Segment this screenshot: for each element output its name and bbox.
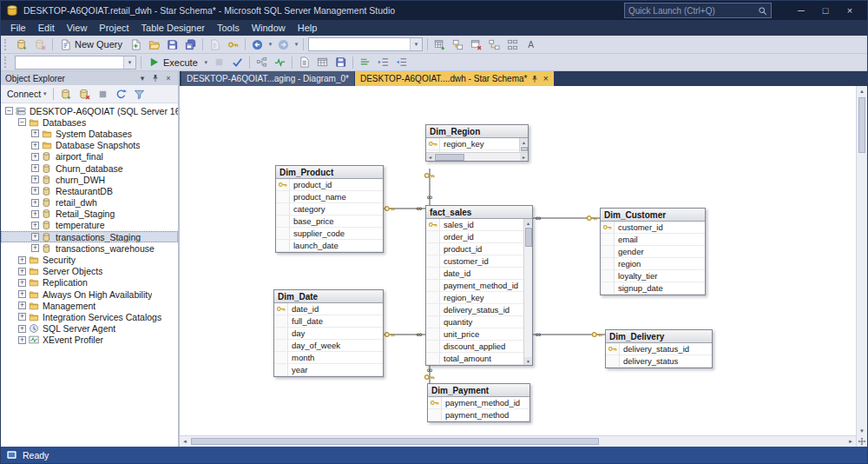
column-delivery_status_id[interactable]: delivery_status_id bbox=[606, 343, 712, 355]
expand-icon[interactable]: + bbox=[31, 210, 39, 218]
menu-table-designer[interactable]: Table Designer bbox=[135, 20, 211, 36]
tree-item-sql-server-agent[interactable]: +SQL Server Agent bbox=[1, 323, 178, 335]
expand-icon[interactable]: + bbox=[31, 153, 39, 161]
menu-tools[interactable]: Tools bbox=[211, 20, 246, 36]
refresh-icon[interactable] bbox=[112, 87, 130, 102]
column-total_amount[interactable]: total_amount bbox=[426, 353, 532, 365]
outdent-icon[interactable] bbox=[392, 55, 411, 70]
scroll-down-icon[interactable]: ▼ bbox=[524, 357, 532, 365]
column-launch_date[interactable]: launch_date bbox=[276, 240, 383, 252]
column-region_key[interactable]: region_key bbox=[426, 138, 528, 150]
disconnect-database-icon[interactable] bbox=[31, 37, 49, 52]
new-query-button[interactable]: New Query bbox=[56, 37, 127, 52]
expand-icon[interactable]: + bbox=[31, 233, 39, 241]
expand-icon[interactable]: + bbox=[18, 290, 26, 298]
expand-icon[interactable]: + bbox=[18, 256, 26, 264]
tree-item-transactions-warehouse[interactable]: +transactions_warehouse bbox=[1, 242, 178, 254]
arrange-tables-icon[interactable] bbox=[503, 37, 522, 52]
indent-icon[interactable] bbox=[374, 55, 392, 70]
canvas-horizontal-scrollbar[interactable]: ◄ ► bbox=[180, 435, 856, 447]
results-to-text-icon[interactable] bbox=[295, 55, 313, 70]
add-table-icon[interactable] bbox=[431, 37, 449, 52]
table-title[interactable]: Dim_Region bbox=[426, 125, 528, 138]
comment-selection-icon[interactable] bbox=[356, 55, 374, 70]
diagram-table-Dim_Date[interactable]: Dim_Datedate_idfull_datedayday_of_weekmo… bbox=[273, 289, 384, 377]
scroll-up-icon[interactable]: ▲ bbox=[524, 219, 532, 227]
connect-server-icon[interactable] bbox=[57, 87, 76, 102]
toolbar-grip[interactable] bbox=[4, 39, 10, 50]
expand-icon[interactable]: + bbox=[31, 142, 39, 149]
column-payment_method_id[interactable]: payment_method_id bbox=[426, 280, 532, 292]
close-tab-icon[interactable]: × bbox=[542, 74, 548, 83]
diagram-table-fact_sales[interactable]: fact_salessales_idorder_idproduct_idcust… bbox=[425, 205, 533, 366]
table-title[interactable]: Dim_Product bbox=[276, 166, 383, 179]
expand-icon[interactable]: + bbox=[31, 164, 39, 172]
tree-item-database-snapshots[interactable]: +Database Snapshots bbox=[1, 140, 178, 151]
tree-item-xevent-profiler[interactable]: +XEvent Profiler bbox=[1, 335, 178, 346]
expand-icon[interactable]: + bbox=[18, 313, 26, 321]
column-email[interactable]: email bbox=[601, 234, 705, 246]
expand-icon[interactable]: + bbox=[31, 176, 39, 183]
tree-item-databases[interactable]: −Databases bbox=[1, 116, 178, 128]
save-all-icon[interactable] bbox=[181, 37, 200, 52]
column-customer_id[interactable]: customer_id bbox=[601, 222, 705, 234]
scroll-down-icon[interactable]: ▼ bbox=[857, 426, 867, 436]
column-region[interactable]: region bbox=[601, 258, 705, 270]
document-tab-2[interactable]: DESKTOP-A6QOIAT....dwh - Star Schema*× bbox=[355, 71, 554, 86]
tree-item-transactions-staging[interactable]: +transactions_Staging bbox=[1, 231, 178, 242]
document-tab-1[interactable]: DESKTOP-A6QOIAT...aging - Diagram_0* bbox=[181, 71, 354, 86]
column-unit_price[interactable]: unit_price bbox=[426, 328, 532, 341]
column-payment_method_id[interactable]: payment_method_id bbox=[428, 397, 529, 409]
new-database-engine-query-icon[interactable] bbox=[127, 37, 145, 52]
quick-launch-input[interactable]: Quick Launch (Ctrl+Q) bbox=[624, 3, 772, 18]
scroll-thumb[interactable] bbox=[525, 228, 532, 247]
column-product_name[interactable]: product_name bbox=[276, 191, 383, 203]
connect-button[interactable]: Connect▾ bbox=[4, 89, 49, 99]
column-loyalty_tier[interactable]: loyalty_tier bbox=[601, 270, 705, 282]
column-customer_id[interactable]: customer_id bbox=[426, 255, 532, 268]
column-quantity[interactable]: quantity bbox=[426, 316, 532, 328]
dropdown-arrow-icon[interactable]: ▾ bbox=[202, 59, 210, 66]
table-title[interactable]: fact_sales bbox=[426, 206, 532, 219]
expand-icon[interactable]: + bbox=[18, 279, 26, 287]
table-horizontal-scrollbar[interactable]: ◄► bbox=[426, 152, 528, 161]
connect-database-icon[interactable] bbox=[13, 37, 31, 52]
tree-item-system-databases[interactable]: +System Databases bbox=[1, 128, 178, 139]
table-title[interactable]: Dim_Delivery bbox=[606, 330, 712, 343]
tree-item-retail-staging[interactable]: +Retail_Staging bbox=[1, 209, 178, 220]
canvas-vertical-scrollbar[interactable]: ▲ ▼ bbox=[857, 86, 867, 436]
column-sales_id[interactable]: sales_id bbox=[426, 219, 532, 231]
set-primary-key-icon[interactable] bbox=[224, 37, 242, 52]
tree-item-retail-dwh[interactable]: +retail_dwh bbox=[1, 197, 178, 209]
expand-icon[interactable]: + bbox=[31, 129, 39, 137]
save-icon[interactable] bbox=[163, 37, 181, 52]
diagram-table-Dim_Delivery[interactable]: Dim_Deliverydelivery_status_iddelivery_s… bbox=[605, 329, 713, 368]
column-discount_applied[interactable]: discount_applied bbox=[426, 341, 532, 353]
diagram-table-Dim_Payment[interactable]: Dim_Paymentpayment_method_idpayment_meth… bbox=[427, 383, 530, 422]
scroll-up-icon[interactable]: ▲ bbox=[857, 86, 867, 96]
column-product_id[interactable]: product_id bbox=[276, 179, 383, 191]
pan-button[interactable] bbox=[857, 436, 867, 447]
chevron-down-icon[interactable]: ▾ bbox=[137, 73, 148, 83]
expand-icon[interactable]: + bbox=[31, 187, 39, 195]
column-date_id[interactable]: date_id bbox=[426, 268, 532, 280]
scroll-right-icon[interactable]: ► bbox=[520, 153, 528, 161]
expand-icon[interactable]: + bbox=[31, 244, 39, 252]
scroll-up-icon[interactable]: ▲ bbox=[520, 138, 528, 146]
tree-item-churn-database[interactable]: +Churn_database bbox=[1, 162, 178, 174]
column-year[interactable]: year bbox=[274, 364, 383, 376]
results-to-grid-icon[interactable] bbox=[313, 55, 332, 70]
disconnect-server-icon[interactable] bbox=[76, 87, 94, 102]
column-category[interactable]: category bbox=[276, 203, 383, 215]
v-scroll-thumb[interactable] bbox=[858, 97, 865, 153]
column-day[interactable]: day bbox=[274, 328, 383, 340]
tree-item-replication[interactable]: +Replication bbox=[1, 277, 178, 288]
column-product_id[interactable]: product_id bbox=[426, 243, 532, 255]
diagram-table-Dim_Region[interactable]: Dim_Regionregion_keyregion_name▲▼◄► bbox=[425, 124, 529, 162]
open-file-icon[interactable] bbox=[145, 37, 163, 52]
pin-icon[interactable] bbox=[150, 73, 161, 83]
expand-icon[interactable]: + bbox=[18, 302, 26, 309]
navigate-backward-icon[interactable] bbox=[248, 37, 266, 52]
table-title[interactable]: Dim_Customer bbox=[601, 209, 705, 222]
scroll-thumb[interactable] bbox=[521, 147, 528, 151]
